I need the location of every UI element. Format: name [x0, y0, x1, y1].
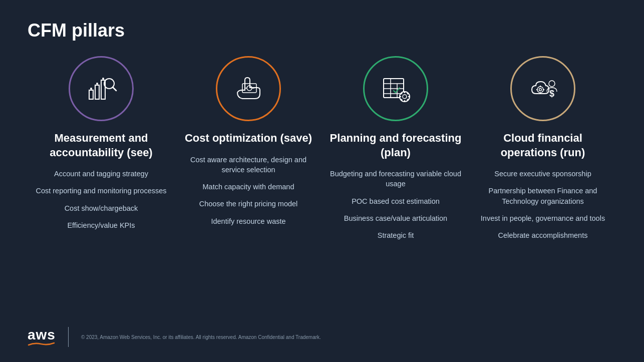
svg-point-7 [102, 78, 104, 80]
page-container: CFM pillars [0, 0, 644, 362]
pillar-cloud-financial: Cloud financial operations (run) Secure … [475, 131, 610, 322]
planning-icon-circle [363, 56, 428, 121]
cost-optimization-icon [232, 73, 265, 105]
footer-divider [68, 327, 69, 347]
pillar-item: Secure executive sponsorship [494, 169, 591, 179]
pillar-item: POC based cost estimation [352, 196, 440, 206]
pillar-cost-optimization-title: Cost optimization (save) [185, 131, 312, 146]
icons-row: $ [28, 56, 616, 121]
cloud-financial-icon-circle: $ [510, 56, 575, 121]
pillar-item: Partnership between Finance and Technolo… [475, 186, 610, 206]
pillar-planning-items: Budgeting and forecasting variable cloud… [328, 169, 463, 240]
svg-point-29 [539, 88, 541, 91]
pillar-item: Efficiency/value KPIs [67, 220, 135, 230]
pillar-item: Choose the right pricing model [199, 199, 298, 209]
svg-line-26 [407, 93, 408, 94]
pillar-planning: Planning and forecasting (plan) Budgetin… [328, 131, 463, 322]
planning-icon [380, 73, 412, 105]
pillar-item: Identify resource waste [211, 216, 285, 226]
pillar-item: Cost reporting and monitoring processes [36, 186, 166, 196]
svg-line-4 [113, 87, 116, 91]
pillar-item: Budgeting and forecasting variable cloud… [328, 169, 463, 189]
pillar-measurement-items: Account and tagging strategy Cost report… [36, 169, 166, 230]
aws-swoosh-icon [28, 342, 55, 346]
pillar-cloud-financial-items: Secure executive sponsorship Partnership… [475, 169, 610, 240]
svg-point-35 [549, 81, 555, 87]
footer: aws © 2023, Amazon Web Services, Inc. or… [28, 327, 616, 347]
aws-logo-text: aws [28, 328, 56, 342]
pillar-measurement-title: Measurement and accountability (see) [34, 131, 169, 160]
pillars-grid: Measurement and accountability (see) Acc… [28, 131, 616, 322]
page-title: CFM pillars [28, 20, 616, 41]
svg-line-27 [401, 99, 402, 100]
pillar-cloud-financial-title: Cloud financial operations (run) [475, 131, 610, 160]
pillar-cost-optimization-items: Cost aware architecture, design and serv… [181, 155, 316, 226]
svg-text:$: $ [549, 89, 554, 99]
aws-logo: aws [28, 328, 56, 346]
svg-point-6 [96, 83, 98, 85]
pillar-cost-optimization: Cost optimization (save) Cost aware arch… [181, 131, 316, 322]
pillar-item: Cost show/chargeback [65, 203, 138, 213]
pillar-measurement: Measurement and accountability (see) Acc… [34, 131, 169, 322]
cloud-financial-icon: $ [527, 73, 559, 105]
pillars-section: $ Measurement and accountability (see) A… [28, 56, 616, 322]
pillar-item: Match capacity with demand [203, 182, 294, 192]
svg-point-5 [90, 88, 92, 90]
measurement-icon [85, 73, 118, 105]
pillar-item: Invest in people, governance and tools [481, 213, 605, 223]
svg-line-24 [401, 93, 402, 94]
pillar-item: Strategic fit [378, 230, 414, 240]
svg-line-25 [407, 99, 408, 100]
footer-copyright: © 2023, Amazon Web Services, Inc. or its… [81, 334, 321, 340]
measurement-icon-circle [69, 56, 134, 121]
pillar-item: Account and tagging strategy [54, 169, 148, 179]
cost-optimization-icon-circle [216, 56, 281, 121]
svg-rect-1 [95, 85, 99, 99]
pillar-item: Business case/value articulation [344, 213, 447, 223]
pillar-item: Cost aware architecture, design and serv… [181, 155, 316, 175]
svg-rect-0 [89, 90, 93, 99]
pillar-item: Celebrate accomplishments [498, 230, 588, 240]
pillar-planning-title: Planning and forecasting (plan) [328, 131, 463, 160]
svg-point-28 [537, 87, 543, 93]
